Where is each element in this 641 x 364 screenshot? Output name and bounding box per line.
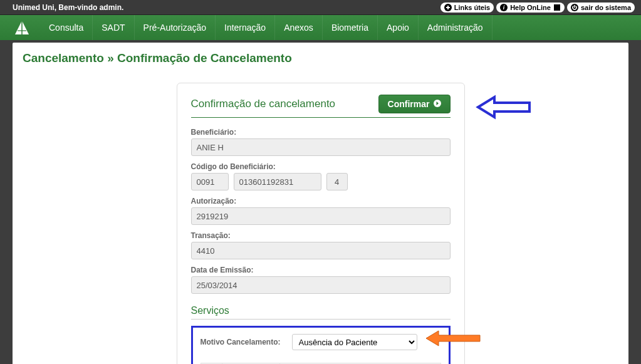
nav-consulta[interactable]: Consulta xyxy=(40,15,93,40)
codigo-benef-digit-field xyxy=(326,173,348,190)
nav-apoio[interactable]: Apoio xyxy=(378,15,419,40)
info-icon: i xyxy=(500,4,508,11)
page-content: Cancelamento » Confirmação de Cancelamen… xyxy=(13,43,628,364)
unimed-logo-icon xyxy=(13,19,31,36)
arrow-right-icon xyxy=(434,100,441,109)
annotation-arrow-orange-icon xyxy=(425,329,481,348)
nav-pre-autorizacao[interactable]: Pré-Autorização xyxy=(135,15,216,40)
codigo-beneficiario-label: Código do Beneficiário: xyxy=(191,162,451,171)
annotation-arrow-blue-icon xyxy=(476,95,532,120)
confirmar-label: Confirmar xyxy=(388,99,430,109)
transacao-field xyxy=(191,242,451,259)
sair-button[interactable]: sair do sistema xyxy=(567,3,635,13)
data-emissao-field xyxy=(191,276,451,294)
nav-administracao[interactable]: Administração xyxy=(419,15,492,40)
help-online-button[interactable]: i Help OnLine xyxy=(496,3,565,13)
motivo-cancelamento-select[interactable]: Ausência do Paciente xyxy=(292,334,417,350)
servicos-title: Serviços xyxy=(191,301,451,320)
confirmar-button[interactable]: Confirmar xyxy=(378,95,451,113)
help-online-label: Help OnLine xyxy=(510,4,551,11)
topbar-right: Links úteis i Help OnLine sair do sistem… xyxy=(440,3,635,13)
nav-anexos[interactable]: Anexos xyxy=(275,15,323,40)
panel-title: Confirmação de cancelamento xyxy=(191,98,336,110)
stop-icon xyxy=(553,4,561,11)
cancelamento-panel: Confirmação de cancelamento Confirmar Be… xyxy=(177,83,465,364)
beneficiario-label: Beneficiário: xyxy=(191,128,451,137)
main-nav: Consulta SADT Pré-Autorização Internação… xyxy=(0,15,641,40)
motivo-highlight-box: Motivo Cancelamento: Ausência do Pacient… xyxy=(191,326,451,364)
svg-rect-3 xyxy=(554,4,560,11)
links-uteis-button[interactable]: Links úteis xyxy=(440,3,494,13)
data-emissao-label: Data de Emissão: xyxy=(191,266,451,274)
motivo-label: Motivo Cancelamento: xyxy=(201,338,281,346)
links-uteis-label: Links úteis xyxy=(454,4,490,11)
nav-biometria[interactable]: Biometria xyxy=(323,15,378,40)
power-icon xyxy=(571,4,578,11)
breadcrumb: Cancelamento » Confirmação de Cancelamen… xyxy=(23,49,618,70)
codigo-benef-prefix-field xyxy=(191,173,229,190)
codigo-benef-num-field xyxy=(234,173,321,190)
sair-label: sair do sistema xyxy=(581,4,631,11)
autorizacao-field xyxy=(191,207,451,225)
nav-internacao[interactable]: Internação xyxy=(216,15,275,40)
welcome-text: Unimed Uni, Bem-vindo admin. xyxy=(13,3,123,12)
top-bar: Unimed Uni, Bem-vindo admin. Links úteis… xyxy=(0,0,641,15)
autorizacao-label: Autorização: xyxy=(191,197,451,205)
nav-sadt[interactable]: SADT xyxy=(93,15,134,40)
beneficiario-field xyxy=(191,138,451,156)
transacao-label: Transação: xyxy=(191,231,451,240)
plus-icon xyxy=(444,4,452,11)
